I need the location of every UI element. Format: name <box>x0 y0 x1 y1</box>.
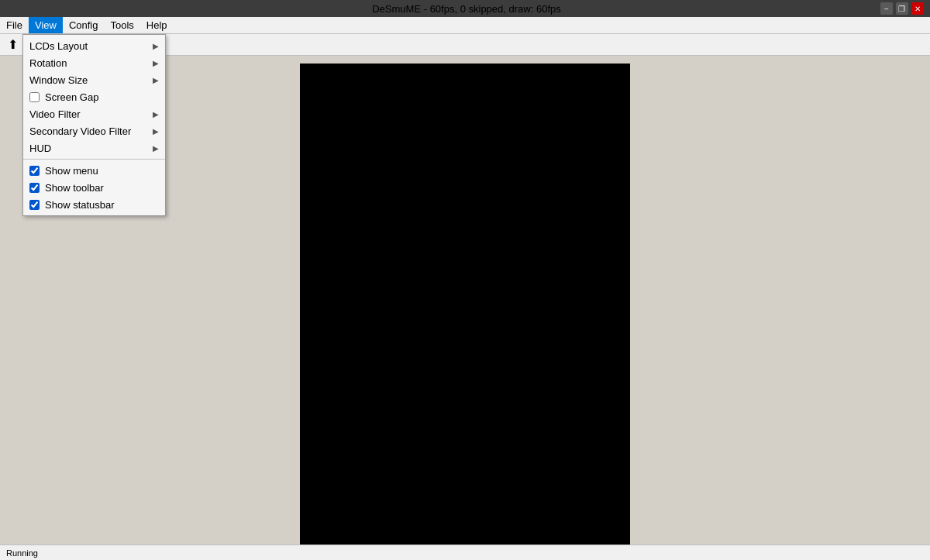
statusbar: Running <box>0 545 930 560</box>
secondary-video-filter-arrow: ▶ <box>153 127 159 136</box>
dropdown-show-menu[interactable]: Show menu <box>23 162 165 179</box>
show-menu-checkbox[interactable] <box>29 166 40 176</box>
window-size-arrow: ▶ <box>153 76 159 84</box>
display-screen <box>300 64 630 558</box>
rotation-arrow: ▶ <box>153 59 159 67</box>
minimize-button[interactable]: − <box>880 2 893 15</box>
menu-view[interactable]: View <box>29 17 63 33</box>
video-filter-arrow: ▶ <box>153 110 159 119</box>
show-toolbar-checkbox[interactable] <box>29 183 40 193</box>
dropdown-show-statusbar[interactable]: Show statusbar <box>23 196 165 213</box>
show-statusbar-label: Show statusbar <box>45 199 159 211</box>
show-toolbar-label: Show toolbar <box>45 182 159 194</box>
dropdown-hud[interactable]: HUD ▶ <box>23 139 165 156</box>
menubar: File View Config Tools Help <box>0 17 930 34</box>
menu-file[interactable]: File <box>0 17 29 33</box>
titlebar: DeSmuME - 60fps, 0 skipped, draw: 60fps … <box>0 0 930 17</box>
view-dropdown-menu: LCDs Layout ▶ Rotation ▶ Window Size ▶ S… <box>22 34 166 216</box>
dropdown-lcds-layout[interactable]: LCDs Layout ▶ <box>23 37 165 54</box>
show-menu-label: Show menu <box>45 165 159 177</box>
dropdown-video-filter[interactable]: Video Filter ▶ <box>23 105 165 122</box>
show-statusbar-checkbox[interactable] <box>29 200 40 210</box>
restore-button[interactable]: ❐ <box>896 2 908 15</box>
menu-help[interactable]: Help <box>140 17 174 33</box>
titlebar-controls: − ❐ ✕ <box>880 2 924 15</box>
titlebar-title: DeSmuME - 60fps, 0 skipped, draw: 60fps <box>372 3 561 15</box>
dropdown-separator <box>23 159 165 160</box>
lcds-layout-arrow: ▶ <box>153 42 159 50</box>
hud-arrow: ▶ <box>153 144 159 153</box>
menu-config[interactable]: Config <box>63 17 105 33</box>
dropdown-secondary-video-filter[interactable]: Secondary Video Filter ▶ <box>23 122 165 139</box>
dropdown-screen-gap[interactable]: Screen Gap <box>23 88 165 105</box>
close-button[interactable]: ✕ <box>911 2 924 15</box>
dropdown-rotation[interactable]: Rotation ▶ <box>23 54 165 71</box>
statusbar-text: Running <box>6 548 38 558</box>
menu-tools[interactable]: Tools <box>104 17 140 33</box>
screen-gap-label: Screen Gap <box>45 91 159 103</box>
upload-button[interactable]: ⬆ <box>3 36 22 54</box>
dropdown-show-toolbar[interactable]: Show toolbar <box>23 179 165 196</box>
screen-gap-checkbox[interactable] <box>29 92 40 102</box>
dropdown-window-size[interactable]: Window Size ▶ <box>23 71 165 88</box>
